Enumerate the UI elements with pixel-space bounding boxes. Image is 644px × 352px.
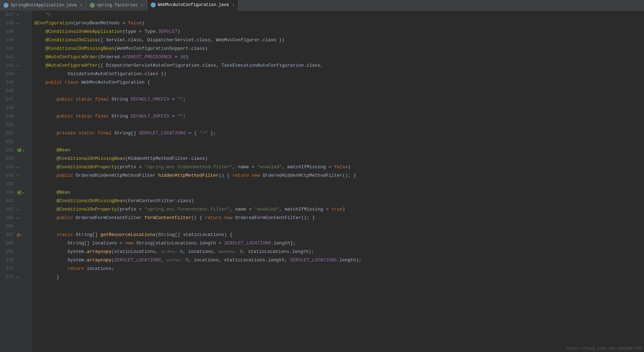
line-number: 155 bbox=[0, 165, 17, 170]
tab-factories[interactable]: spring.factories ✕ bbox=[86, 0, 147, 11]
gutter-row: 159 bbox=[0, 180, 32, 188]
plain-token: = bbox=[169, 112, 177, 121]
str-token: "enabled" bbox=[257, 163, 282, 171]
num-token: 0 bbox=[186, 256, 188, 265]
plain-token: ) bbox=[342, 205, 345, 214]
plain-token bbox=[35, 197, 56, 205]
line-number: 170 bbox=[0, 258, 17, 263]
tab-close-icon[interactable]: ✕ bbox=[232, 2, 235, 7]
fold-close-icon[interactable]: ▾ bbox=[17, 275, 19, 279]
plain-token: WebMvcAutoConfiguration { bbox=[79, 78, 150, 87]
param-name-token: prefix bbox=[120, 205, 136, 214]
gutter-icons: ▸ bbox=[17, 22, 32, 25]
fold-open-icon[interactable]: ▸ bbox=[17, 174, 19, 178]
line-number: 141 bbox=[0, 46, 17, 51]
tab-springboot[interactable]: SpringBootApplication.java ✕ bbox=[0, 0, 86, 11]
plain-token: (WebMvcConfigurationSupport.class) bbox=[114, 44, 208, 53]
plain-token: .length]; bbox=[271, 239, 296, 248]
fold-open-icon[interactable]: ▸ bbox=[17, 216, 19, 220]
gutter-icons: ▸ bbox=[17, 174, 32, 178]
gutter-row: 143▸ bbox=[0, 61, 32, 70]
plain-token: ) bbox=[142, 19, 144, 28]
tab-icon bbox=[90, 3, 95, 8]
plain-token: = bbox=[136, 163, 144, 171]
code-content[interactable]: */@Configuration(proxyBeanMethods = fals… bbox=[32, 11, 644, 352]
tab-close-icon[interactable]: ✕ bbox=[80, 3, 82, 7]
plain-token: String[staticLocations.length + bbox=[134, 239, 224, 248]
plain-token bbox=[35, 129, 56, 138]
ann-token: @Configuration bbox=[35, 19, 73, 28]
kw-token: static bbox=[56, 231, 73, 239]
plain-token: System. bbox=[35, 256, 87, 265]
plain-token bbox=[35, 28, 45, 36]
gutter-row: 160🌿▸ bbox=[0, 188, 32, 197]
bean-icon[interactable]: 🌿 bbox=[17, 148, 22, 153]
ann-token: @ConditionalOnProperty bbox=[56, 205, 117, 214]
fold-close-icon[interactable]: ▾ bbox=[17, 13, 19, 17]
code-line: return locations; bbox=[35, 265, 644, 273]
code-line: @ConditionalOnClass({ Servlet.class, Dis… bbox=[35, 36, 644, 44]
fold-open-icon[interactable]: ▸ bbox=[17, 208, 19, 212]
code-line: } bbox=[35, 273, 644, 281]
code-line: public OrderedHiddenHttpMethodFilter hid… bbox=[35, 171, 644, 180]
plain-token: , bbox=[161, 256, 167, 265]
line-number: 166 bbox=[0, 224, 17, 229]
tab-webmvc[interactable]: WebMvcAutoConfiguration.java ✕ bbox=[147, 0, 239, 11]
gutter-icons: 🌿▸ bbox=[17, 148, 32, 153]
gutter-row: 172▾ bbox=[0, 273, 32, 281]
fold-open-icon[interactable]: ▸ bbox=[23, 148, 24, 152]
plain-token: = bbox=[120, 19, 128, 28]
str-token: "spring.mvc.hiddenmethod.filter" bbox=[144, 163, 233, 171]
gutter-row: 150 bbox=[0, 121, 32, 129]
line-number: 159 bbox=[0, 182, 17, 187]
gutter-row: 156▸ bbox=[0, 171, 32, 180]
bean-icon[interactable]: 🌿 bbox=[17, 190, 22, 195]
plain-token: () { bbox=[191, 214, 205, 222]
ann-token: @Bean bbox=[56, 146, 70, 154]
plain-token: , staticLocations.length); bbox=[243, 248, 314, 256]
method-token: hiddenHttpMethodFilter bbox=[158, 171, 219, 180]
method-token: arraycopy bbox=[87, 256, 111, 265]
plain-token bbox=[177, 248, 180, 256]
plain-token bbox=[35, 205, 56, 214]
gutter-row: 141 bbox=[0, 44, 32, 53]
line-number: 144 bbox=[0, 72, 17, 77]
plain-token: ({ Servlet.class, DispatcherServlet.clas… bbox=[98, 36, 285, 44]
code-line: @ConditionalOnWebApplication(type = Type… bbox=[35, 28, 644, 36]
plain-token bbox=[35, 112, 56, 121]
plain-token: System. bbox=[35, 248, 87, 256]
plain-token: ( bbox=[117, 205, 120, 214]
gutter-row: 153🌿▸ bbox=[0, 146, 32, 154]
small-hint-token: destPos: bbox=[218, 248, 237, 256]
code-line: System.arraycopy(staticLocations, srcPos… bbox=[35, 248, 644, 256]
line-number: 163 bbox=[0, 216, 17, 220]
method-token: formContentFilter bbox=[144, 214, 191, 222]
ann-token: @AutoConfigureOrder bbox=[45, 53, 98, 61]
field-token: HIGHEST_PRECEDENCE bbox=[123, 53, 172, 61]
tab-close-icon[interactable]: ✕ bbox=[141, 3, 143, 7]
kw-token: return new bbox=[233, 171, 260, 180]
fold-open-icon[interactable]: ▸ bbox=[20, 233, 22, 237]
gutter-row: 171 bbox=[0, 265, 32, 273]
plain-token bbox=[35, 231, 56, 239]
fold-open-icon[interactable]: ▸ bbox=[17, 22, 19, 25]
line-number: 147 bbox=[0, 97, 17, 102]
code-line: @Bean bbox=[35, 146, 644, 154]
line-number: 149 bbox=[0, 114, 17, 119]
fold-open-icon[interactable]: ▸ bbox=[17, 64, 19, 68]
fold-open-icon[interactable]: ▸ bbox=[23, 191, 24, 195]
line-number: 153 bbox=[0, 148, 17, 153]
fold-open-icon[interactable]: ▸ bbox=[17, 165, 19, 169]
tab-label: WebMvcAutoConfiguration.java bbox=[158, 2, 229, 7]
line-number: 138 bbox=[0, 21, 17, 26]
code-line: @ConditionalOnProperty(prefix = "spring.… bbox=[35, 205, 644, 214]
code-line bbox=[35, 121, 644, 129]
gutter-row: 155▸ bbox=[0, 163, 32, 171]
plain-token: , bbox=[279, 205, 285, 214]
plain-token: ( bbox=[123, 28, 125, 36]
plain-token bbox=[35, 36, 45, 44]
plain-token: , locations, staticLocations.length, bbox=[188, 256, 290, 265]
kw-token: false bbox=[334, 163, 348, 171]
gutter-icons: ▸ bbox=[17, 165, 32, 169]
line-number: 151 bbox=[0, 131, 17, 136]
